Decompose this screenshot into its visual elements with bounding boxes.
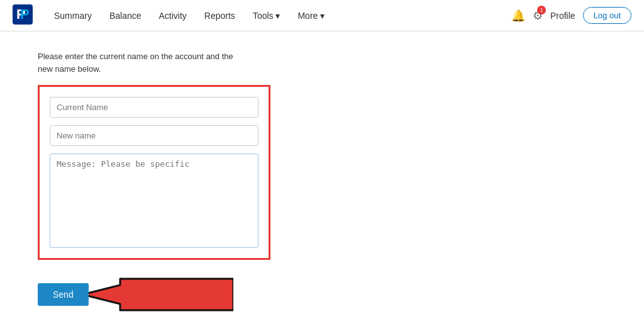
paypal-logo: P P: [13, 4, 45, 27]
profile-link[interactable]: Profile: [550, 11, 575, 21]
svg-marker-3: [82, 279, 233, 310]
message-textarea[interactable]: [50, 154, 258, 248]
nav-summary[interactable]: Summary: [45, 11, 101, 21]
send-row: Send: [38, 272, 606, 317]
settings-gear[interactable]: ⚙ 1: [533, 9, 543, 23]
arrow-annotation: [82, 272, 233, 317]
form-highlight-box: [38, 85, 270, 260]
new-name-input[interactable]: [50, 125, 258, 146]
send-button[interactable]: Send: [38, 283, 89, 306]
nav-links: Summary Balance Activity Reports Tools ▾…: [45, 11, 511, 21]
bell-icon: 🔔: [511, 9, 525, 22]
nav-activity[interactable]: Activity: [150, 11, 196, 21]
notifications-bell[interactable]: 🔔: [511, 9, 525, 23]
description-text: Please enter the current name on the acc…: [38, 50, 606, 75]
navbar: P P Summary Balance Activity Reports Too…: [0, 0, 644, 31]
nav-more[interactable]: More ▾: [289, 11, 333, 21]
current-name-input[interactable]: [50, 97, 258, 118]
logout-button[interactable]: Log out: [583, 7, 631, 24]
nav-balance[interactable]: Balance: [101, 11, 150, 21]
nav-right: 🔔 ⚙ 1 Profile Log out: [511, 7, 631, 24]
nav-reports[interactable]: Reports: [196, 11, 244, 21]
arrow-svg: [82, 272, 233, 317]
notification-badge: 1: [537, 6, 546, 14]
nav-tools[interactable]: Tools ▾: [244, 11, 289, 21]
main-content: Please enter the current name on the acc…: [0, 31, 644, 331]
svg-text:P: P: [20, 6, 30, 22]
